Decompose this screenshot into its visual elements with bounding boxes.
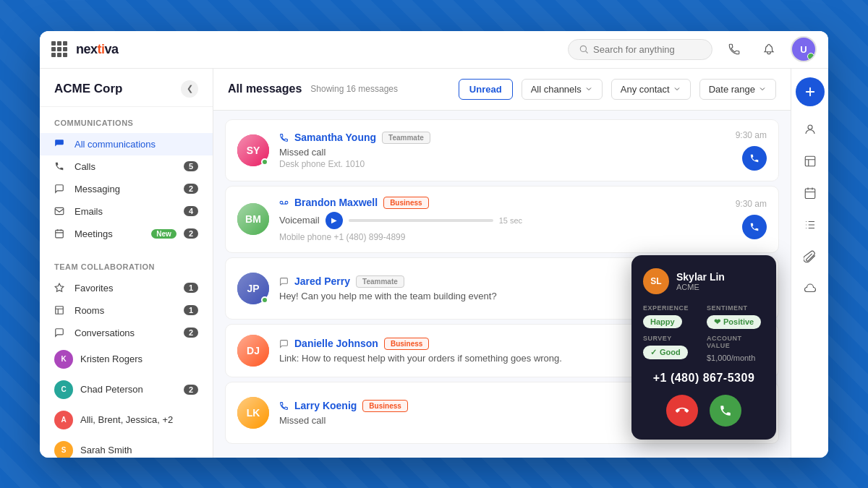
svg-rect-9: [805, 156, 815, 166]
star-icon: [54, 283, 67, 293]
team-section-label: Team collaboration: [40, 262, 213, 277]
unread-filter-button[interactable]: Unread: [459, 79, 513, 100]
conversation-item-alli[interactable]: A Alli, Brent, Jessica, +2: [40, 405, 213, 435]
table-icon-button[interactable]: [796, 147, 825, 176]
conversation-item-chad[interactable]: C Chad Peterson 2: [40, 374, 213, 405]
sidebar-item-meetings[interactable]: Meetings New 2: [40, 223, 213, 245]
alli-avatar: A: [54, 411, 73, 429]
calendar-icon: [54, 228, 67, 239]
larry-name: Larry Koenig: [294, 400, 357, 411]
sidebar-item-favorites[interactable]: Favorites 1: [40, 277, 213, 299]
calendar-icon-button[interactable]: [796, 179, 825, 207]
brandon-avatar: BM: [237, 203, 269, 235]
jared-avatar: JP: [237, 273, 269, 304]
voicemail-duration: 15 sec: [499, 216, 522, 225]
conversation-item-sarah[interactable]: S Sarah Smith: [40, 435, 213, 458]
chevron-down-icon: [584, 85, 593, 93]
voicemail-icon: [279, 198, 289, 207]
survey-value: ✓ Good: [643, 346, 688, 359]
samantha-right: 9:30 am: [736, 130, 767, 171]
calendar-rail-icon: [804, 187, 817, 200]
jared-name: Jared Perry: [294, 275, 350, 287]
contact-filter-button[interactable]: Any contact: [611, 79, 691, 100]
brandon-sub: Mobile phone +1 (480) 899-4899: [279, 232, 726, 242]
brandon-call-button[interactable]: [742, 215, 767, 239]
svg-rect-1: [55, 207, 64, 214]
caller-stats: EXPERIENCE Happy SENTIMENT ❤ Positive: [643, 304, 765, 363]
search-bar[interactable]: [568, 39, 712, 60]
phone-nav-button[interactable]: [721, 36, 747, 62]
date-filter-button[interactable]: Date range: [699, 79, 776, 100]
sidebar-item-rooms[interactable]: Rooms 1: [40, 299, 213, 322]
meetings-new-badge: New: [151, 229, 176, 239]
decline-call-button[interactable]: [666, 395, 698, 427]
sentiment-stat: SENTIMENT ❤ Positive: [707, 304, 765, 329]
user-avatar[interactable]: U: [791, 36, 817, 62]
message-card-samantha[interactable]: SY Samantha Young Teammate Missed call D…: [225, 119, 779, 181]
sidebar-item-calls[interactable]: Calls 5: [40, 155, 213, 178]
sidebar-item-emails[interactable]: Emails 4: [40, 200, 213, 223]
calls-label: Calls: [75, 161, 176, 172]
chad-label: Chad Peterson: [80, 384, 176, 395]
attachment-icon: [804, 250, 817, 263]
contact-icon-button[interactable]: [796, 115, 825, 144]
sidebar-item-all-communications[interactable]: All communications: [40, 133, 213, 155]
conversations-label: Conversations: [75, 328, 176, 338]
icon-rail: [791, 69, 828, 458]
samantha-body: Missed call: [279, 147, 726, 158]
sidebar-item-messaging[interactable]: Messaging 2: [40, 178, 213, 200]
collapse-button[interactable]: ❮: [181, 80, 198, 98]
sidebar-item-conversations[interactable]: Conversations 2: [40, 322, 213, 344]
notification-button[interactable]: [756, 36, 782, 62]
decline-icon: [676, 404, 689, 417]
call-icon2: [279, 401, 289, 411]
phone-icon: [728, 43, 741, 56]
app-window: nextiva U ACME Corp: [40, 31, 828, 458]
svg-rect-2: [56, 230, 64, 238]
emails-label: Emails: [75, 206, 176, 217]
bell-icon: [762, 43, 775, 56]
communications-label: Communications: [40, 119, 213, 133]
kristen-label: Kristen Rogers: [80, 354, 198, 364]
message-card-brandon[interactable]: BM Brandon Maxwell Business Voicemail ▶: [225, 186, 779, 253]
caller-actions: [643, 395, 765, 427]
brandon-content: Brandon Maxwell Business Voicemail ▶ 15 …: [279, 197, 726, 242]
list-icon-button[interactable]: [796, 210, 825, 239]
danielle-name: Danielle Johnson: [294, 338, 378, 349]
grid-menu-icon[interactable]: [51, 41, 67, 57]
chad-avatar: C: [54, 380, 73, 399]
table-icon: [804, 155, 817, 168]
voicemail-player: Voicemail ▶ 15 sec: [279, 212, 726, 229]
attachment-icon-button[interactable]: [796, 242, 825, 271]
play-button[interactable]: ▶: [326, 212, 343, 229]
survey-label: SURVEY: [643, 335, 701, 342]
chat-msg-icon: [279, 277, 289, 286]
kristen-avatar: K: [54, 350, 73, 369]
larry-avatar: LK: [237, 397, 269, 429]
caller-phone: +1 (480) 867-5309: [643, 372, 765, 385]
add-button[interactable]: [796, 77, 825, 106]
accept-call-button[interactable]: [710, 395, 741, 427]
danielle-tag: Business: [384, 338, 429, 350]
cloud-icon-button[interactable]: [796, 274, 825, 303]
conversations-badge: 2: [184, 328, 198, 338]
list-icon: [804, 218, 817, 231]
channels-filter-button[interactable]: All channels: [522, 79, 603, 100]
danielle-avatar: DJ: [237, 335, 269, 367]
phone-sidebar-icon: [54, 161, 67, 171]
svg-point-5: [280, 201, 283, 204]
brandon-time: 9:30 am: [736, 199, 767, 209]
conversation-item-kristen[interactable]: K Kristen Rogers: [40, 344, 213, 374]
account-value: $1,000/month: [707, 352, 765, 363]
favorites-badge: 1: [184, 283, 198, 293]
sarah-avatar: S: [54, 441, 73, 458]
messages-panel: All messages Showing 16 messages Unread …: [213, 69, 791, 458]
account-value-stat: ACCOUNT VALUE $1,000/month: [707, 335, 765, 363]
brandon-body: Voicemail: [279, 215, 320, 226]
progress-bar: [349, 219, 493, 222]
caller-info: SL Skylar Lin ACME: [643, 268, 765, 294]
search-input[interactable]: [593, 44, 702, 55]
samantha-call-button[interactable]: [742, 146, 767, 171]
brandon-tag: Business: [383, 197, 428, 209]
caller-popup-card: SL Skylar Lin ACME EXPERIENCE Happy: [631, 255, 776, 440]
